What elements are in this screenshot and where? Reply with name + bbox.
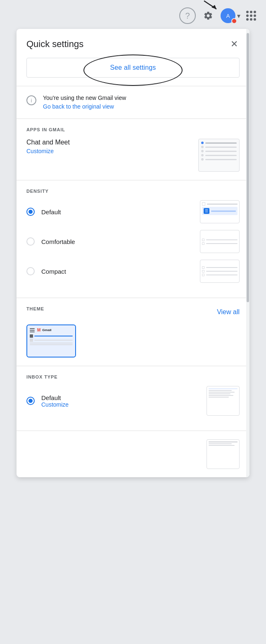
app-launcher-icon[interactable] — [245, 9, 258, 22]
go-back-link[interactable]: Go back to the original view — [43, 103, 114, 110]
density-comfortable-label: Comfortable — [41, 238, 75, 245]
theme-header: THEME View all — [26, 306, 240, 318]
theme-section-label: THEME — [26, 306, 44, 311]
bottom-section — [17, 431, 249, 477]
density-compact-label: Compact — [41, 268, 66, 275]
apps-customize-link[interactable]: Customize — [26, 148, 70, 154]
avatar[interactable]: A — [221, 8, 235, 23]
inbox-section: INBOX TYPE Default Customize — [17, 366, 249, 431]
inbox-default-preview — [207, 386, 240, 416]
chat-meet-label: Chat and Meet — [26, 139, 70, 146]
svg-marker-1 — [211, 5, 216, 9]
density-comfortable-preview — [200, 230, 240, 253]
gmail-view-main-text: You're using the new Gmail view — [43, 95, 240, 101]
panel-header: Quick settings ✕ — [17, 29, 249, 58]
density-default-preview: ☰ — [200, 200, 240, 223]
apps-section: APPS IN GMAIL Chat and Meet Customize — [17, 119, 249, 180]
density-section: DENSITY Default ☰ — [17, 180, 249, 298]
panel-title: Quick settings — [26, 39, 83, 50]
inbox-option-default: Default Customize — [26, 386, 240, 416]
theme-section: THEME View all M Gmail — [17, 298, 249, 366]
gmail-view-text: You're using the new Gmail view Go back … — [43, 95, 240, 110]
density-section-label: DENSITY — [26, 189, 240, 194]
gmail-view-section: i You're using the new Gmail view Go bac… — [17, 86, 249, 118]
apps-section-label: APPS IN GMAIL — [26, 127, 240, 132]
top-bar-icons: ? A ▾ — [179, 7, 258, 24]
gear-icon-wrapper — [200, 7, 216, 24]
inbox-customize-link[interactable]: Customize — [41, 401, 69, 408]
info-icon: i — [26, 95, 36, 105]
help-icon[interactable]: ? — [179, 7, 196, 24]
density-radio-compact[interactable] — [26, 267, 35, 275]
view-all-link[interactable]: View all — [217, 308, 240, 316]
density-option-comfortable: Comfortable — [26, 230, 240, 253]
chat-meet-row: Chat and Meet Customize — [26, 139, 240, 172]
account-dropdown-arrow[interactable]: ▾ — [237, 12, 240, 20]
density-option-default: Default ☰ — [26, 200, 240, 223]
theme-preview-thumbnail[interactable]: M Gmail — [26, 324, 76, 358]
inbox-radio-default[interactable] — [26, 397, 35, 405]
density-option-compact: Compact — [26, 260, 240, 283]
see-all-container: See all settings — [17, 58, 249, 86]
thumb-dot — [201, 142, 204, 144]
top-bar: ? A ▾ — [0, 0, 266, 29]
density-radio-comfortable[interactable] — [26, 237, 35, 246]
density-compact-preview — [200, 260, 240, 283]
quick-settings-panel: Quick settings ✕ See all settings i You'… — [17, 29, 249, 477]
density-default-label: Default — [41, 208, 61, 215]
account-area: A ▾ — [221, 8, 240, 23]
chat-meet-left: Chat and Meet Customize — [26, 139, 70, 154]
arrow-annotation — [203, 0, 220, 12]
scrollbar[interactable] — [246, 29, 249, 477]
density-radio-default[interactable] — [26, 208, 35, 216]
bottom-preview — [207, 439, 240, 469]
chat-meet-preview — [198, 139, 240, 172]
notification-badge — [231, 18, 237, 24]
close-button[interactable]: ✕ — [229, 37, 240, 51]
inbox-section-label: INBOX TYPE — [26, 374, 240, 379]
see-all-settings-button[interactable]: See all settings — [26, 58, 240, 78]
inbox-default-label: Default — [41, 394, 69, 401]
